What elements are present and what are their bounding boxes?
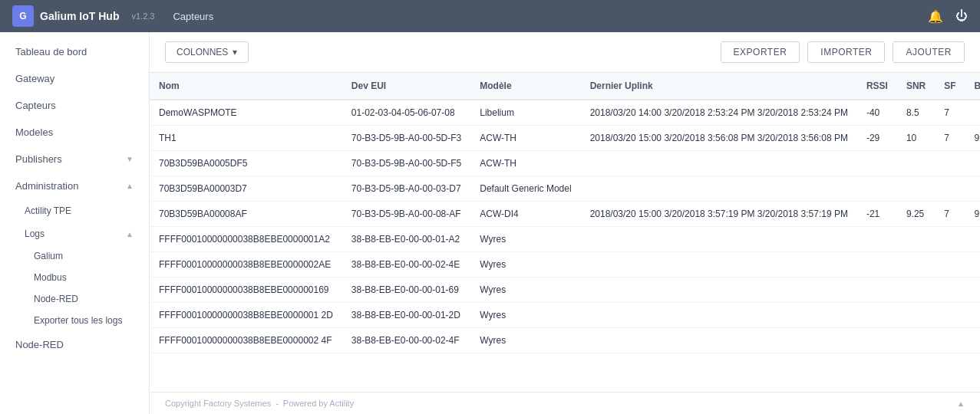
cell-dernier_uplink	[581, 303, 857, 328]
cell-dev_eui: 70-B3-D5-9B-A0-00-03-D7	[342, 176, 470, 202]
publishers-chevron: ▼	[126, 155, 134, 163]
cell-snr	[897, 328, 935, 353]
cell-rssi: -40	[857, 100, 897, 126]
cell-sf	[935, 252, 965, 278]
sidebar-item-node-red-bottom[interactable]: Node-RED	[0, 331, 149, 358]
table-row[interactable]: FFFF00010000000038B8EBE0000001 2D38-B8-E…	[150, 303, 980, 328]
cell-nom: 70B3D59BA0005DF5	[150, 151, 342, 176]
cell-snr	[897, 227, 935, 252]
cell-nom: TH1	[150, 126, 342, 151]
importer-button[interactable]: IMPORTER	[807, 41, 885, 63]
exporter-button[interactable]: EXPORTER	[721, 41, 800, 63]
cell-nom: FFFF00010000000038B8EBE0000001 2D	[150, 303, 342, 328]
cell-nom: FFFF00010000000038B8EBE000000169	[150, 278, 342, 303]
cell-dernier_uplink: 2018/03/20 15:00 3/20/2018 3:56:08 PM 3/…	[581, 126, 857, 151]
cell-rssi	[857, 303, 897, 328]
table-row[interactable]: FFFF00010000000038B8EBE0000002 4F38-B8-E…	[150, 328, 980, 353]
top-navbar: G Galium IoT Hub v1.2.3 Capteurs 🔔 ⏻	[0, 0, 980, 32]
table-row[interactable]: FFFF00010000000038B8EBE00000016938-B8-EB…	[150, 278, 980, 303]
cell-nom: 70B3D59BA00003D7	[150, 176, 342, 202]
app-name: Galium IoT Hub	[40, 10, 119, 22]
cell-modele: Wyres	[470, 252, 580, 278]
cell-dev_eui: 38-B8-EB-E0-00-00-01-A2	[342, 227, 470, 252]
table-row[interactable]: FFFF00010000000038B8EBE0000002AE38-B8-EB…	[150, 252, 980, 278]
cell-sf	[935, 278, 965, 303]
cell-dev_eui: 70-B3-D5-9B-A0-00-5D-F5	[342, 151, 470, 176]
notification-icon[interactable]: 🔔	[928, 9, 943, 24]
sidebar-item-tableau-de-bord[interactable]: Tableau de bord	[0, 38, 149, 65]
cell-rssi: -29	[857, 126, 897, 151]
cell-batterie	[965, 278, 980, 303]
cell-dev_eui: 70-B3-D5-9B-A0-00-08-AF	[342, 202, 470, 227]
cell-snr: 8.5	[897, 100, 935, 126]
cell-sf: 7	[935, 100, 965, 126]
power-icon[interactable]: ⏻	[955, 9, 968, 23]
col-dev-eui: Dev EUI	[342, 73, 470, 100]
cell-snr: 10	[897, 126, 935, 151]
ajouter-button[interactable]: AJOUTER	[893, 41, 965, 63]
app-version: v1.2.3	[131, 12, 154, 21]
sidebar-sub-sub-item-exporter-logs[interactable]: Exporter tous les logs	[0, 310, 149, 331]
sidebar-item-capteurs[interactable]: Capteurs	[0, 92, 149, 119]
table-header-row: Nom Dev EUI Modèle Dernier Uplink RSSI S…	[150, 73, 980, 100]
sidebar-item-gateway[interactable]: Gateway	[0, 65, 149, 92]
cell-dernier_uplink	[581, 176, 857, 202]
table-row[interactable]: 70B3D59BA00008AF70-B3-D5-9B-A0-00-08-AFA…	[150, 202, 980, 227]
table-row[interactable]: 70B3D59BA0005DF570-B3-D5-9B-A0-00-5D-F5A…	[150, 151, 980, 176]
table-row[interactable]: FFFF00010000000038B8EBE0000001A238-B8-EB…	[150, 227, 980, 252]
table-container: Nom Dev EUI Modèle Dernier Uplink RSSI S…	[150, 73, 980, 392]
cell-dernier_uplink	[581, 328, 857, 353]
cell-batterie	[965, 176, 980, 202]
cell-rssi	[857, 227, 897, 252]
col-modele: Modèle	[470, 73, 580, 100]
cell-nom: FFFF00010000000038B8EBE0000002AE	[150, 252, 342, 278]
administration-chevron: ▲	[126, 182, 134, 190]
cell-modele: Wyres	[470, 227, 580, 252]
sidebar-item-modeles[interactable]: Modeles	[0, 119, 149, 146]
footer-chevron-icon[interactable]: ▲	[957, 399, 965, 408]
sidebar-sub-sub-item-galium[interactable]: Galium	[0, 245, 149, 267]
capteurs-table: Nom Dev EUI Modèle Dernier Uplink RSSI S…	[150, 73, 980, 353]
cell-dernier_uplink: 2018/03/20 15:00 3/20/2018 3:57:19 PM 3/…	[581, 202, 857, 227]
sidebar-item-publishers[interactable]: Publishers ▼	[0, 146, 149, 172]
cell-snr	[897, 252, 935, 278]
cell-batterie	[965, 151, 980, 176]
cell-rssi: -21	[857, 202, 897, 227]
cell-sf	[935, 176, 965, 202]
cell-nom: 70B3D59BA00008AF	[150, 202, 342, 227]
colonnes-button[interactable]: COLONNES ▾	[165, 41, 249, 63]
sidebar-sub-sub-item-modbus[interactable]: Modbus	[0, 267, 149, 288]
cell-sf: 7	[935, 126, 965, 151]
sidebar-sub-item-actility-tpe[interactable]: Actility TPE	[0, 199, 149, 222]
current-section: Capteurs	[173, 11, 213, 22]
cell-batterie	[965, 100, 980, 126]
cell-rssi	[857, 252, 897, 278]
cell-modele: Libelium	[470, 100, 580, 126]
cell-snr	[897, 151, 935, 176]
footer-copyright: Copyright Factory Systemes	[165, 399, 271, 408]
col-batterie: Batterie	[965, 73, 980, 100]
cell-modele: ACW-DI4	[470, 202, 580, 227]
cell-snr	[897, 176, 935, 202]
footer: Copyright Factory Systemes - Powered by …	[150, 392, 980, 414]
cell-snr: 9.25	[897, 202, 935, 227]
app-logo: G Galium IoT Hub	[12, 5, 119, 27]
table-row[interactable]: TH170-B3-D5-9B-A0-00-5D-F3ACW-TH2018/03/…	[150, 126, 980, 151]
sidebar-item-administration[interactable]: Administration ▲	[0, 172, 149, 199]
table-row[interactable]: DemoWASPMOTE01-02-03-04-05-06-07-08Libel…	[150, 100, 980, 126]
cell-dernier_uplink	[581, 227, 857, 252]
cell-batterie: 99%	[965, 202, 980, 227]
nav-icons: 🔔 ⏻	[928, 9, 968, 24]
table-row[interactable]: 70B3D59BA00003D770-B3-D5-9B-A0-00-03-D7D…	[150, 176, 980, 202]
cell-sf	[935, 328, 965, 353]
col-snr: SNR	[897, 73, 935, 100]
cell-nom: FFFF00010000000038B8EBE0000001A2	[150, 227, 342, 252]
sidebar-sub-item-logs[interactable]: Logs ▲	[0, 222, 149, 245]
col-nom: Nom	[150, 73, 342, 100]
cell-sf	[935, 227, 965, 252]
cell-rssi	[857, 176, 897, 202]
cell-dev_eui: 01-02-03-04-05-06-07-08	[342, 100, 470, 126]
cell-snr	[897, 303, 935, 328]
sidebar-sub-sub-item-node-red[interactable]: Node-RED	[0, 288, 149, 310]
sidebar: Tableau de bord Gateway Capteurs Modeles…	[0, 32, 150, 414]
